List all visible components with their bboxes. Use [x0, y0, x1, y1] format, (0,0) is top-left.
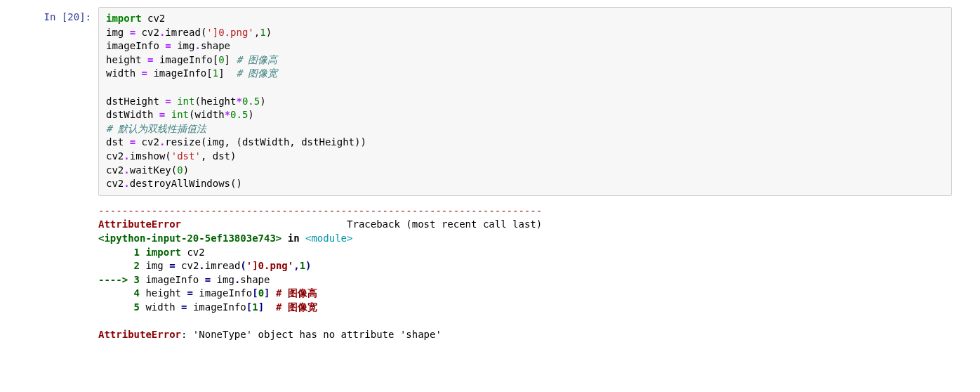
code-text: width: [194, 109, 224, 120]
error-in: in: [282, 233, 305, 244]
paren: (: [171, 164, 177, 176]
traceback-label: Traceback (most recent call last): [347, 218, 542, 230]
code-text: imageInfo: [145, 274, 204, 285]
line-number: 5: [98, 301, 145, 313]
bracket: [: [252, 287, 258, 299]
code-text: height: [145, 287, 187, 299]
func-name: imread: [165, 27, 201, 38]
operator: *: [236, 96, 241, 107]
operator: =: [165, 40, 171, 51]
code-cell: In [20]: import cv2 img = cv2.imread(']0…: [28, 7, 952, 196]
code-text: img: [211, 274, 234, 285]
code-text: ]: [218, 67, 236, 79]
paren: (: [240, 260, 246, 271]
comment: # 图像宽: [236, 67, 277, 79]
operator: *: [225, 109, 230, 120]
operator: =: [130, 27, 135, 38]
comment: # 图像高: [236, 54, 277, 65]
error-name: AttributeError: [98, 218, 181, 230]
code-text: imageInfo: [106, 40, 165, 51]
input-prompt: In [20]:: [28, 7, 98, 22]
operator: .: [199, 260, 204, 271]
builtin-func: int: [177, 96, 194, 107]
number-literal: 0.5: [242, 96, 260, 107]
number-literal: 1: [300, 260, 305, 271]
line-number: 4: [98, 287, 145, 299]
string-literal: ']0.png': [246, 260, 293, 271]
number-literal: 1: [260, 27, 265, 38]
number-literal: 0: [258, 287, 264, 299]
code-text: imageInfo: [193, 287, 252, 299]
code-text: imageInfo[: [147, 67, 213, 79]
line-number: 2: [98, 260, 145, 271]
bracket: ]: [264, 287, 270, 299]
func-name: resize: [165, 136, 201, 148]
code-editor[interactable]: import cv2 img = cv2.imread(']0.png',1) …: [98, 7, 952, 196]
operator: =: [187, 287, 192, 299]
code-text: cv2: [106, 150, 124, 162]
number-literal: 1: [252, 301, 258, 313]
bracket: ]: [258, 301, 264, 313]
code-text: cv2: [106, 164, 124, 176]
code-text: dstHeight: [106, 96, 165, 107]
error-final-name: AttributeError: [98, 329, 181, 340]
paren: ): [236, 178, 241, 189]
operator: =: [205, 274, 211, 285]
code-text: img, (dstWidth, dstHeight)): [206, 136, 366, 148]
operator: =: [130, 136, 135, 148]
paren: (: [194, 96, 200, 107]
func-name: waitKey: [130, 164, 171, 176]
comment: # 默认为双线性插值法: [106, 123, 206, 134]
paren: ): [260, 96, 265, 107]
bracket: [: [246, 301, 252, 313]
code-text: ]: [225, 54, 237, 65]
comment: # 图像高: [276, 287, 317, 299]
space: [270, 287, 276, 299]
operator: .: [124, 150, 129, 162]
keyword: import: [145, 247, 181, 258]
code-text: height: [201, 96, 237, 107]
operator: .: [194, 40, 200, 51]
builtin-func: int: [171, 109, 189, 120]
code-text: cv2: [135, 136, 159, 148]
paren: ): [248, 109, 253, 120]
operator: =: [142, 67, 147, 79]
error-arrow: ----> 3: [98, 274, 145, 285]
comment: # 图像宽: [276, 301, 317, 313]
traceback-label: [181, 218, 347, 230]
func-name: imread: [205, 260, 241, 271]
code-text: , dst): [201, 150, 237, 162]
code-text: cv2: [106, 178, 124, 189]
number-literal: 0.5: [230, 109, 248, 120]
error-separator: ----------------------------------------…: [98, 205, 542, 216]
code-text: width: [106, 67, 142, 79]
attr-name: shape: [240, 274, 270, 285]
code-text: img: [106, 27, 130, 38]
code-text: dst: [106, 136, 130, 148]
operator: =: [165, 96, 171, 107]
line-number: 1: [98, 247, 145, 258]
code-text: cv2: [181, 247, 205, 258]
operator: .: [124, 164, 129, 176]
code-text: cv2: [135, 27, 159, 38]
error-module: <module>: [305, 233, 352, 244]
number-literal: 0: [218, 54, 224, 65]
code-text: img: [171, 40, 195, 51]
code-text: imageInfo[: [153, 54, 218, 65]
error-output: ----------------------------------------…: [98, 203, 952, 344]
paren: (: [165, 150, 171, 162]
code-text: dstWidth: [106, 109, 159, 120]
paren: ): [183, 164, 189, 176]
operator: .: [124, 178, 129, 189]
space: [264, 301, 276, 313]
module-name: cv2: [147, 13, 165, 24]
code-text: width: [145, 301, 181, 313]
func-name: imshow: [130, 150, 166, 162]
number-literal: 1: [213, 67, 218, 79]
space: [165, 109, 171, 120]
string-literal: 'dst': [171, 150, 201, 162]
code-text: img: [145, 260, 169, 271]
number-literal: 0: [177, 164, 183, 176]
space: [171, 96, 177, 107]
paren: ): [266, 27, 272, 38]
